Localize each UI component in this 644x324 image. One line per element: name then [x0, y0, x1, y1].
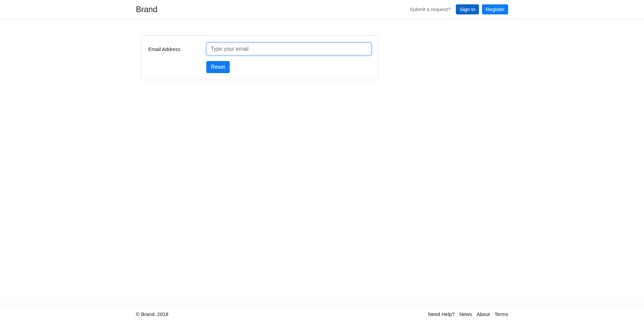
footer-link-news[interactable]: News: [459, 311, 472, 317]
main-container: Email Address Reset: [136, 35, 508, 80]
main-content: Email Address Reset: [0, 19, 644, 304]
footer-link-need-help[interactable]: Need Help?: [428, 311, 454, 317]
header-inner: Brand Submit a request? Sign In Register: [136, 0, 508, 18]
register-button[interactable]: Register: [482, 4, 508, 14]
email-input-col: [206, 43, 371, 55]
submit-request-link[interactable]: Submit a request?: [410, 6, 451, 12]
reset-form-row: Reset: [148, 61, 371, 73]
header-actions: Submit a request? Sign In Register: [410, 4, 508, 14]
email-label: Email Address: [148, 46, 206, 52]
reset-button[interactable]: Reset: [206, 61, 230, 73]
footer-links: Need Help? News About Terms: [423, 311, 508, 317]
footer-link-terms[interactable]: Terms: [494, 311, 508, 317]
footer-link-about[interactable]: About: [477, 311, 490, 317]
footer: © Brand. 2018 Need Help? News About Term…: [0, 304, 644, 324]
email-form-row: Email Address: [148, 43, 371, 55]
copyright-text: © Brand. 2018: [136, 311, 168, 317]
brand-logo[interactable]: Brand: [136, 5, 157, 14]
header: Brand Submit a request? Sign In Register: [0, 0, 644, 19]
footer-inner: © Brand. 2018 Need Help? News About Term…: [136, 304, 508, 324]
sign-in-button[interactable]: Sign In: [456, 4, 479, 14]
reset-button-col: Reset: [206, 61, 371, 73]
email-input[interactable]: [206, 43, 371, 55]
password-reset-card: Email Address Reset: [141, 35, 378, 80]
